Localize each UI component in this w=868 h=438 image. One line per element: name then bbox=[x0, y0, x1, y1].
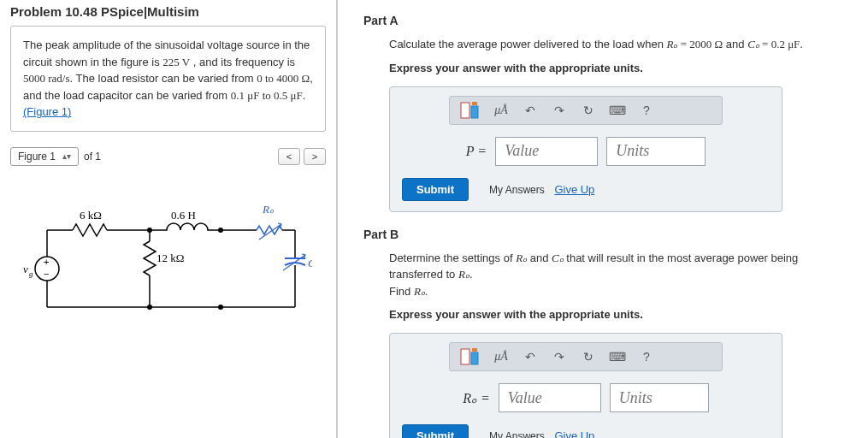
part-a-answer-block: μÅ ↶ ↷ ↻ ⌨ ? P = Submit My Answers Gi bbox=[389, 86, 782, 212]
redo-icon[interactable]: ↷ bbox=[549, 101, 570, 120]
give-up-link[interactable]: Give Up bbox=[554, 183, 594, 196]
svg-text:6 kΩ: 6 kΩ bbox=[80, 209, 102, 222]
part-b-prompt: Determine the settings of Rₒ and Cₒ that… bbox=[389, 250, 851, 300]
figure-count: of 1 bbox=[84, 151, 101, 163]
left-panel: Problem 10.48 PSpice|Multisim The peak a… bbox=[0, 0, 338, 438]
prompt-val: = 2000 Ω bbox=[677, 38, 723, 50]
svg-text:g: g bbox=[29, 269, 33, 278]
units-icon[interactable]: μÅ bbox=[491, 101, 511, 120]
units-icon[interactable]: μÅ bbox=[491, 347, 511, 366]
prompt-var: Rₒ bbox=[667, 38, 678, 50]
part-b-toolbar: μÅ ↶ ↷ ↻ ⌨ ? bbox=[449, 342, 723, 371]
svg-point-12 bbox=[218, 305, 223, 310]
svg-text:+: + bbox=[44, 257, 49, 267]
svg-text:−: − bbox=[44, 269, 49, 279]
prompt-text: . bbox=[425, 285, 428, 298]
svg-rect-28 bbox=[461, 349, 469, 364]
figure-selector-row: Figure 1 ▴▾ of 1 < > bbox=[10, 147, 326, 166]
desc-text: . bbox=[303, 89, 306, 102]
desc-val: 0.1 μF to 0.5 μF bbox=[231, 89, 303, 102]
help-icon[interactable]: ? bbox=[636, 347, 657, 366]
part-a-toolbar: μÅ ↶ ↷ ↻ ⌨ ? bbox=[449, 96, 723, 125]
prompt-text: Find bbox=[389, 285, 414, 298]
keyboard-icon[interactable]: ⌨ bbox=[607, 101, 628, 120]
prompt-text: and bbox=[527, 252, 552, 264]
desc-val: 225 V bbox=[162, 56, 190, 68]
circuit-diagram: + − 6 kΩ 0.6 H 12 kΩ Rₒ Cₒ v g bbox=[21, 192, 315, 340]
svg-text:0.6 H: 0.6 H bbox=[171, 209, 196, 222]
template-icon[interactable] bbox=[458, 347, 482, 366]
undo-icon[interactable]: ↶ bbox=[520, 101, 540, 120]
prompt-text: . bbox=[800, 38, 803, 50]
reset-icon[interactable]: ↻ bbox=[578, 101, 599, 120]
keyboard-icon[interactable]: ⌨ bbox=[607, 347, 628, 366]
desc-text: , and its frequency is bbox=[190, 56, 295, 68]
right-panel: Part A Calculate the average power deliv… bbox=[338, 0, 868, 438]
part-b-answer-block: μÅ ↶ ↷ ↻ ⌨ ? Rₒ = Submit My Answers G bbox=[389, 333, 782, 438]
part-b-value-input[interactable] bbox=[499, 383, 601, 412]
part-b-header: Part B bbox=[363, 228, 851, 241]
next-figure-button[interactable]: > bbox=[304, 148, 326, 165]
part-a-prompt: Calculate the average power delivered to… bbox=[389, 36, 851, 53]
svg-rect-27 bbox=[472, 102, 477, 105]
part-a-submit-button[interactable]: Submit bbox=[402, 178, 469, 201]
prompt-var: Cₒ bbox=[747, 38, 759, 50]
svg-rect-26 bbox=[471, 106, 478, 118]
svg-rect-29 bbox=[471, 352, 478, 364]
my-answers-label: My Answers bbox=[489, 430, 545, 438]
dropdown-arrows-icon: ▴▾ bbox=[62, 151, 71, 161]
part-a-header: Part A bbox=[363, 14, 851, 27]
figure-link[interactable]: (Figure 1) bbox=[23, 105, 71, 118]
redo-icon[interactable]: ↷ bbox=[549, 347, 570, 366]
part-b-instruction: Express your answer with the appropriate… bbox=[389, 308, 851, 321]
svg-rect-30 bbox=[472, 348, 477, 352]
prompt-var: Rₒ bbox=[516, 252, 527, 264]
prompt-var: Cₒ bbox=[552, 252, 564, 264]
prompt-var: Rₒ bbox=[414, 285, 425, 298]
part-b-variable: Rₒ = bbox=[463, 390, 490, 406]
svg-text:v: v bbox=[23, 263, 28, 275]
give-up-link[interactable]: Give Up bbox=[554, 429, 594, 438]
svg-rect-25 bbox=[461, 103, 469, 118]
prompt-text: . bbox=[469, 268, 473, 281]
part-a-units-input[interactable] bbox=[606, 137, 706, 166]
template-icon[interactable] bbox=[458, 101, 482, 120]
prompt-val: = 0.2 μF bbox=[759, 38, 800, 50]
svg-text:Rₒ: Rₒ bbox=[262, 203, 275, 216]
part-b-units-input[interactable] bbox=[610, 383, 709, 412]
part-a-variable: P = bbox=[466, 144, 487, 159]
svg-text:Cₒ: Cₒ bbox=[308, 257, 312, 269]
prompt-var: Rₒ bbox=[458, 268, 469, 281]
figure-dropdown[interactable]: Figure 1 ▴▾ bbox=[10, 147, 79, 166]
prompt-text: and bbox=[723, 38, 747, 50]
reset-icon[interactable]: ↻ bbox=[578, 347, 599, 366]
figure-label: Figure 1 bbox=[18, 151, 56, 163]
svg-text:12 kΩ: 12 kΩ bbox=[156, 252, 184, 264]
my-answers-label: My Answers bbox=[489, 184, 545, 196]
part-a-instruction: Express your answer with the appropriate… bbox=[389, 62, 851, 74]
prompt-text: Calculate the average power delivered to… bbox=[389, 38, 667, 50]
part-a-value-input[interactable] bbox=[495, 137, 598, 166]
desc-val: 5000 rad/s bbox=[23, 72, 70, 85]
problem-title: Problem 10.48 PSpice|Multisim bbox=[0, 0, 336, 26]
prev-figure-button[interactable]: < bbox=[278, 148, 300, 165]
prompt-text: Determine the settings of bbox=[389, 252, 516, 264]
desc-val: 0 to 4000 Ω bbox=[257, 72, 310, 85]
problem-description: The peak amplitude of the sinusoidal vol… bbox=[10, 26, 326, 132]
part-b-submit-button[interactable]: Submit bbox=[402, 424, 469, 438]
desc-text: . The load resistor can be varied from bbox=[70, 72, 257, 85]
undo-icon[interactable]: ↶ bbox=[520, 347, 540, 366]
help-icon[interactable]: ? bbox=[636, 101, 657, 120]
